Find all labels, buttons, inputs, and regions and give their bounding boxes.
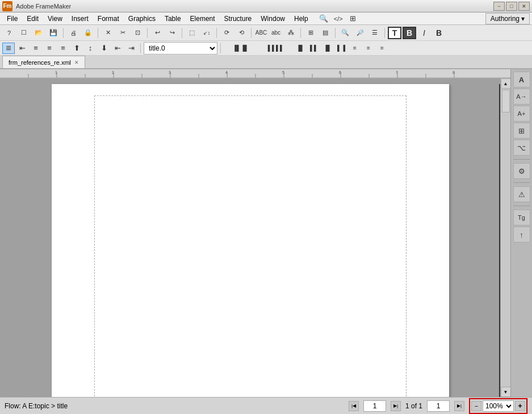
table2-btn[interactable]: ▤ <box>319 27 332 39</box>
rp-text-plus-btn[interactable]: A+ <box>513 106 530 122</box>
page-input2[interactable] <box>427 400 450 412</box>
align-left2-btn[interactable]: ⇤ <box>16 43 28 54</box>
scroll-down-btn[interactable]: ▼ <box>501 387 511 397</box>
fmt-btn6[interactable]: ▌▐ <box>335 43 347 54</box>
menu-insert[interactable]: Insert <box>67 14 93 24</box>
document-tab[interactable]: frm_references_re.xml ✕ <box>2 56 85 68</box>
indent-left-btn[interactable]: ⇤ <box>111 43 124 54</box>
zoom-out-btn[interactable]: − <box>471 401 481 411</box>
refresh-btn[interactable]: ⟳ <box>220 27 233 39</box>
marker-btn[interactable]: ⁂ <box>284 27 298 39</box>
list-btn[interactable]: ☰ <box>368 27 382 39</box>
paragraph-style-dropdown[interactable]: title.0 body heading1 heading2 note <box>144 42 217 55</box>
rp-publish-btn[interactable]: ↑ <box>513 227 530 242</box>
menu-view[interactable]: View <box>43 14 67 24</box>
italic-text-btn[interactable]: I <box>417 27 431 39</box>
align-top-btn[interactable]: ⬆ <box>70 43 83 54</box>
menu-format[interactable]: Format <box>93 14 124 24</box>
cut-btn[interactable]: ✂ <box>116 27 129 39</box>
copy-btn[interactable]: ⊡ <box>131 27 144 39</box>
menu-graphics[interactable]: Graphics <box>124 14 160 24</box>
delete-btn[interactable]: ✕ <box>101 27 115 39</box>
rp-tag-btn[interactable]: Tg <box>513 210 530 225</box>
findreplace-btn[interactable]: abc <box>269 27 283 39</box>
new-btn[interactable]: ☐ <box>17 27 31 39</box>
page-number-input[interactable] <box>363 400 386 412</box>
zoom-dropdown[interactable]: 50% 75% 100% 125% 150% 200% <box>483 400 514 412</box>
bold2-btn[interactable]: B <box>432 27 446 39</box>
fmt-btn7[interactable]: ≡ <box>349 43 361 54</box>
rp-gear-btn[interactable]: ⚙ <box>513 163 530 179</box>
nav-last-btn[interactable]: ▶| <box>454 401 464 411</box>
print-btn[interactable]: 🖨 <box>66 27 80 39</box>
rp-struct-btn[interactable]: ⌥ <box>513 140 530 156</box>
prev-btn[interactable]: ⟲ <box>234 27 248 39</box>
fmt-btn4[interactable]: ▌▌ <box>308 43 320 54</box>
rp-text-flow-btn[interactable]: A→ <box>513 89 530 104</box>
tab-close-btn[interactable]: ✕ <box>74 60 79 65</box>
page <box>52 84 449 397</box>
save-btn[interactable]: 💾 <box>47 27 60 39</box>
help-btn[interactable]: ? <box>2 27 16 39</box>
redo-btn[interactable]: ↪ <box>165 27 179 39</box>
search2-btn[interactable]: 🔎 <box>353 27 367 39</box>
horizontal-ruler: 1 2 3 4 5 6 <box>0 69 510 78</box>
status-bar: Flow: A E:topic > title |◀ ▶| 1 of 1 ▶| … <box>0 397 532 414</box>
lock-btn[interactable]: 🔒 <box>81 27 95 39</box>
spellcheck-btn[interactable]: ABC <box>254 27 268 39</box>
vertical-scrollbar: ▲ ▼ <box>500 78 510 397</box>
align-mid-btn[interactable]: ↕ <box>84 43 97 54</box>
rp-warning-btn[interactable]: ⚠ <box>513 186 530 202</box>
fmt-btn1[interactable]: ▐▌▐▌ <box>224 43 258 54</box>
maximize-button[interactable]: □ <box>506 2 517 11</box>
sep2 <box>98 28 98 38</box>
undo-btn[interactable]: ↩ <box>150 27 164 39</box>
columns-icon-btn[interactable]: ⊞ <box>347 13 359 24</box>
rp-table-btn[interactable]: ⊞ <box>513 123 530 139</box>
nav-first-btn[interactable]: |◀ <box>349 401 359 411</box>
nav-next-btn[interactable]: ▶| <box>391 401 401 411</box>
svg-text:2: 2 <box>112 70 114 74</box>
minimize-button[interactable]: − <box>493 2 505 11</box>
align-left-btn[interactable]: ≡ <box>2 43 15 54</box>
rp-text-btn[interactable]: A <box>513 72 530 87</box>
align-right-btn[interactable]: ≡ <box>43 43 56 54</box>
align-bot-btn[interactable]: ⬇ <box>98 43 110 54</box>
scroll-thumb[interactable] <box>502 90 510 112</box>
search-btn[interactable]: 🔍 <box>338 27 352 39</box>
zoom-in-btn[interactable]: + <box>515 401 525 411</box>
sep8 <box>335 28 336 38</box>
open-btn[interactable]: 📂 <box>32 27 45 39</box>
scroll-track[interactable] <box>501 89 511 387</box>
authoring-dropdown[interactable]: Authoring ▾ <box>485 13 530 24</box>
table-btn[interactable]: ⊞ <box>304 27 317 39</box>
rp-sep1 <box>513 159 530 160</box>
anchor-btn[interactable]: ↙↕ <box>200 27 213 39</box>
close-button[interactable]: ✕ <box>518 2 530 11</box>
menu-element[interactable]: Element <box>186 14 220 24</box>
fmt-btn3[interactable]: ▐▌ <box>294 43 307 54</box>
rp-sep3 <box>513 206 530 206</box>
fmt-btn9[interactable]: ≡ <box>376 43 388 54</box>
menu-structure[interactable]: Structure <box>220 14 257 24</box>
align-center-btn[interactable]: ≡ <box>30 43 42 54</box>
sep-fmt <box>140 43 141 53</box>
obj-btn[interactable]: ⬚ <box>185 27 199 39</box>
indent-right-btn[interactable]: ⇥ <box>125 43 137 54</box>
scroll-up-btn[interactable]: ▲ <box>501 78 511 89</box>
menu-edit[interactable]: Edit <box>22 14 43 24</box>
align-justify-btn[interactable]: ≡ <box>57 43 69 54</box>
text-btn[interactable]: T <box>388 27 401 39</box>
menu-help[interactable]: Help <box>290 14 313 24</box>
search-icon-btn[interactable]: 🔍 <box>317 13 330 24</box>
bold-text-btn[interactable]: B <box>403 27 416 39</box>
menu-file[interactable]: File <box>2 14 22 24</box>
sep3 <box>147 28 148 38</box>
menu-window[interactable]: Window <box>256 14 290 24</box>
format-bar: ≡ ⇤ ≡ ≡ ≡ ⬆ ↕ ⬇ ⇤ ⇥ title.0 body heading… <box>0 41 532 56</box>
code-view-icon-btn[interactable]: </> <box>332 13 345 24</box>
fmt-btn8[interactable]: ≡ <box>362 43 375 54</box>
fmt-btn5[interactable]: ▐▌ <box>321 43 334 54</box>
menu-table[interactable]: Table <box>160 14 186 24</box>
fmt-btn2[interactable]: ▌▌▌▌ <box>259 43 293 54</box>
